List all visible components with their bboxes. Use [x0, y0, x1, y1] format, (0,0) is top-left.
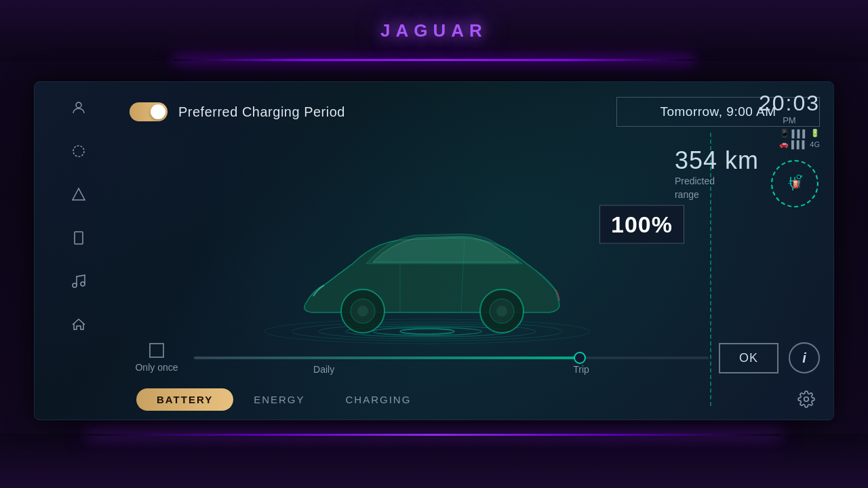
status-row-car: 🚗 ▌▌▌ 4G [759, 140, 820, 148]
svg-point-18 [804, 397, 809, 402]
sidebar-icon-home[interactable] [66, 312, 91, 337]
network-label: 4G [810, 140, 820, 148]
bottom-controls: Only once Daily Trip OK i [130, 342, 820, 373]
slider-thumb[interactable] [574, 352, 586, 364]
tab-energy[interactable]: ENERGY [233, 388, 325, 411]
slider-container: Daily Trip [194, 344, 709, 371]
jaguar-logo: JAGUAR [380, 20, 488, 41]
bottom-bar [0, 434, 868, 488]
slider-label-trip: Trip [573, 364, 589, 375]
top-row: Preferred Charging Period Tomorrow, 9:00… [123, 82, 833, 137]
range-info: 354 km Predicted range [675, 146, 759, 201]
battery-percentage-badge: 100% [599, 205, 684, 244]
once-section: Only once [130, 343, 184, 373]
charging-plug-icon: ~⛽ [771, 160, 818, 207]
sidebar [35, 82, 123, 420]
slider-track-bg [194, 357, 709, 359]
info-button[interactable]: i [789, 342, 820, 373]
slider-fill [194, 357, 580, 359]
clock-area: 20:03 PM 📱 ▌▌▌ 🔋 🚗 ▌▌▌ 4G [759, 92, 820, 148]
svg-rect-2 [75, 232, 83, 244]
tab-charging[interactable]: CHARGING [326, 388, 432, 411]
svg-point-1 [73, 146, 84, 157]
tab-battery[interactable]: BATTERY [136, 388, 233, 411]
svg-point-3 [73, 283, 77, 287]
preferred-charging-toggle[interactable] [130, 102, 167, 121]
car-icon: 🚗 [779, 140, 789, 148]
tab-bar: BATTERY ENERGY CHARGING [123, 379, 833, 420]
car-visualization-area: 100% [136, 140, 718, 352]
content-area: 20:03 PM 📱 ▌▌▌ 🔋 🚗 ▌▌▌ 4G [123, 82, 833, 420]
car-svg [264, 196, 590, 338]
toggle-label: Preferred Charging Period [178, 104, 345, 120]
outer-bezel: JAGUAR [0, 0, 868, 488]
sidebar-icon-music[interactable] [66, 269, 91, 293]
battery-icon-status: 🔋 [810, 129, 820, 138]
svg-point-13 [357, 306, 368, 317]
top-bar: JAGUAR [0, 0, 868, 61]
slider-label-daily: Daily [313, 364, 334, 375]
charging-symbol: ~⛽ [788, 180, 802, 188]
sidebar-icon-navigation[interactable] [66, 182, 91, 207]
svg-point-16 [496, 306, 507, 317]
sidebar-icon-profile[interactable] [66, 96, 91, 120]
signal-bars-phone: ▌▌▌ [792, 129, 808, 138]
sidebar-icon-tablet[interactable] [66, 226, 91, 250]
ok-button[interactable]: OK [719, 343, 778, 373]
svg-point-4 [81, 282, 85, 286]
status-icons: 📱 ▌▌▌ 🔋 🚗 ▌▌▌ 4G [759, 129, 820, 148]
svg-point-0 [76, 102, 81, 108]
settings-icon[interactable] [793, 386, 820, 413]
clock-time: 20:03 [759, 92, 820, 114]
main-screen: 20:03 PM 📱 ▌▌▌ 🔋 🚗 ▌▌▌ 4G [34, 81, 834, 420]
phone-icon: 📱 [780, 129, 789, 138]
toggle-section: Preferred Charging Period [130, 102, 345, 121]
range-label: Predicted range [675, 175, 759, 201]
status-row-phone: 📱 ▌▌▌ 🔋 [759, 129, 820, 138]
clock-period: PM [759, 115, 820, 125]
once-label: Only once [135, 362, 178, 373]
once-checkbox[interactable] [149, 343, 164, 358]
signal-bars-car: ▌▌▌ [791, 140, 807, 148]
gear-svg [797, 390, 815, 408]
sidebar-icon-assistant[interactable] [66, 139, 91, 163]
range-km: 354 km [675, 146, 759, 175]
slider-labels: Daily Trip [194, 364, 709, 375]
